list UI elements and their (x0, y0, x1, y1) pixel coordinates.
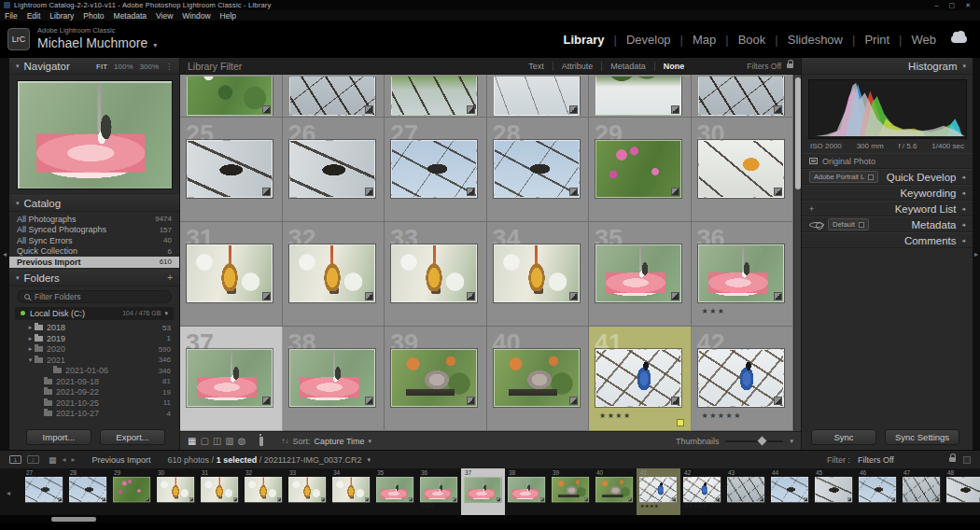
filmstrip-scroll-left-arrow[interactable]: ◂ (7, 489, 10, 497)
filmstrip-thumbnail[interactable]: 33 (286, 468, 329, 515)
filmstrip-thumbnail[interactable]: 37 (461, 468, 505, 515)
module-tab-slideshow[interactable]: Slideshow (765, 33, 843, 47)
folder-item-2021-10-25[interactable]: 2021-10-2511 (9, 398, 179, 409)
module-tab-library[interactable]: Library (563, 33, 604, 47)
folder-item-2021-09-18[interactable]: 2021-09-1881 (9, 376, 179, 387)
catalog-panel-header[interactable]: ▾ Catalog (9, 195, 179, 212)
filter-folders-input[interactable]: Filter Folders (17, 290, 172, 303)
color-label-badge[interactable] (677, 419, 684, 426)
navigator-zoom-more-icon[interactable]: ⋮ (165, 63, 173, 71)
filmstrip-thumbnail[interactable]: 41★★★★ (637, 468, 680, 515)
filmstrip-thumbnail[interactable]: 47 (900, 468, 944, 515)
grid-photo-cell[interactable] (589, 75, 692, 118)
menu-metadata[interactable]: Metadata (114, 11, 147, 21)
folder-item-2019[interactable]: ▸20191 (9, 333, 179, 344)
metadata-panel-header[interactable]: Default Metadata ◂ (802, 216, 973, 232)
preset-expand-icon[interactable] (859, 222, 864, 228)
identity-plate[interactable]: Adobe Lightroom Classic Michael Muchmore… (37, 27, 157, 51)
maximize-button[interactable]: ▢ (949, 2, 956, 9)
right-panel-collapse-arrow[interactable]: ▸ (973, 58, 980, 450)
grid-photo-cell[interactable]: 39 (385, 327, 487, 431)
filmstrip-options-icon[interactable] (963, 456, 971, 464)
sort-value-dropdown[interactable]: Capture Time (315, 437, 365, 446)
menu-view[interactable]: View (156, 11, 173, 21)
filmstrip-source-label[interactable]: Previous Import (92, 455, 151, 465)
filmstrip-thumbnail[interactable]: 34 (329, 468, 373, 515)
go-forward-arrow-icon[interactable]: ▸ (72, 455, 76, 464)
grid-photo-cell[interactable]: 38 (283, 327, 385, 431)
grid-photo-cell[interactable]: 37 (180, 327, 283, 431)
folders-panel-header[interactable]: ▾ Folders + (9, 270, 179, 286)
filter-lock-icon[interactable] (787, 63, 793, 68)
catalog-item-all-photographs[interactable]: All Photographs9474 (9, 214, 179, 225)
sort-dropdown-caret[interactable]: ▾ (369, 438, 372, 445)
thumbnail-size-slider[interactable] (725, 440, 783, 442)
metadata-preset-chip[interactable]: Default (828, 218, 869, 230)
navigator-preview[interactable] (17, 80, 173, 189)
filmstrip-thumbnail[interactable]: 43 (724, 468, 768, 515)
filter-option-attribute[interactable]: Attribute (553, 62, 602, 71)
module-tab-develop[interactable]: Develop (605, 33, 671, 47)
identity-dropdown-caret[interactable]: ▾ (153, 41, 157, 49)
grid-photo-cell[interactable]: 30 (692, 118, 794, 222)
close-button[interactable]: ✕ (965, 2, 971, 9)
menu-photo[interactable]: Photo (83, 11, 104, 21)
folder-expand-caret[interactable]: ▸ (26, 345, 35, 353)
grid-photo-cell[interactable]: 40 (487, 327, 590, 431)
grid-view-shortcut-icon[interactable]: ▦ (49, 455, 57, 465)
folder-expand-caret[interactable]: ▸ (26, 324, 35, 331)
filmstrip-thumbnail[interactable]: 28 (66, 468, 110, 515)
filmstrip-thumbnail[interactable]: 27 (22, 468, 66, 515)
folder-item-2021-10-27[interactable]: 2021-10-274 (9, 409, 179, 420)
star-rating[interactable]: ★★★★★ (702, 411, 793, 420)
filmstrip-thumbnail[interactable]: 30 (154, 468, 198, 515)
primary-monitor-icon[interactable]: 1 (9, 455, 21, 464)
filmstrip-thumbnail[interactable]: 32 (242, 468, 286, 515)
grid-photo-cell[interactable]: 31 (180, 222, 283, 327)
preset-expand-icon[interactable] (868, 174, 874, 180)
import-button[interactable]: Import... (26, 429, 91, 445)
secondary-monitor-icon[interactable]: 2 (27, 455, 39, 464)
grid-photo-cell[interactable]: 32 (283, 222, 385, 327)
grid-photo-cell[interactable] (283, 75, 385, 118)
left-panel-collapse-arrow[interactable]: ◂ (0, 58, 9, 450)
folder-item-2018[interactable]: ▸201853 (9, 323, 179, 334)
grid-photo-cell[interactable]: 26 (283, 118, 385, 222)
filmstrip-thumbnail[interactable]: 40 (593, 468, 637, 515)
comments-panel-header[interactable]: Comments ◂ (802, 232, 973, 248)
histogram-panel-header[interactable]: Histogram ▾ (802, 58, 973, 75)
filmstrip-thumbnail[interactable]: 46 (856, 468, 900, 515)
filmstrip-thumbnail[interactable]: 36★★★ (417, 468, 461, 515)
filters-state-label[interactable]: Filters Off (747, 62, 781, 71)
quick-develop-panel-header[interactable]: Adobe Portrait L Quick Develop ◂ (802, 169, 973, 185)
folder-expand-caret[interactable]: ▸ (26, 335, 35, 342)
star-rating[interactable]: ★★★ (702, 307, 793, 315)
catalog-item-all-sync-errors[interactable]: All Sync Errors40 (9, 235, 179, 246)
filmstrip-status[interactable]: 610 photos / 1 selected / 20211217-IMG_0… (168, 455, 362, 465)
minimize-button[interactable]: – (935, 2, 939, 9)
painter-spray-icon[interactable] (259, 437, 263, 446)
module-tab-print[interactable]: Print (843, 33, 889, 47)
keyword-list-panel-header[interactable]: + Keyword List ◂ (802, 201, 973, 216)
catalog-item-previous-import[interactable]: Previous Import610 (9, 257, 179, 268)
filmstrip-thumbnail[interactable]: 38 (505, 468, 549, 515)
filmstrip-scrollbar-handle[interactable] (51, 517, 96, 522)
filmstrip-thumbnail[interactable]: 29 (110, 468, 154, 515)
folder-item-2021-01-06[interactable]: 2021-01-06346 (9, 366, 179, 377)
filter-option-none[interactable]: None (654, 62, 693, 71)
grid-photo-cell[interactable]: 33 (385, 222, 487, 327)
filter-lock-icon[interactable] (949, 457, 956, 462)
filmstrip-thumbnail[interactable]: 44 (768, 468, 812, 515)
grid-photo-cell[interactable] (385, 75, 487, 118)
menu-edit[interactable]: Edit (27, 11, 41, 21)
grid-photo-cell[interactable]: 27 (385, 118, 487, 222)
sync-button[interactable]: Sync (811, 429, 876, 445)
filter-option-text[interactable]: Text (520, 62, 553, 71)
module-tab-web[interactable]: Web (889, 33, 936, 47)
histogram-graph[interactable] (808, 79, 967, 139)
filmstrip-thumbnail[interactable]: 39 (549, 468, 593, 515)
grid-photo-cell[interactable]: 35 (589, 222, 692, 327)
folder-item-2021[interactable]: ▾2021346 (9, 355, 179, 366)
grid-photo-cell[interactable]: 42★★★★★ (692, 327, 794, 431)
grid-photo-cell[interactable]: 28 (487, 118, 590, 222)
